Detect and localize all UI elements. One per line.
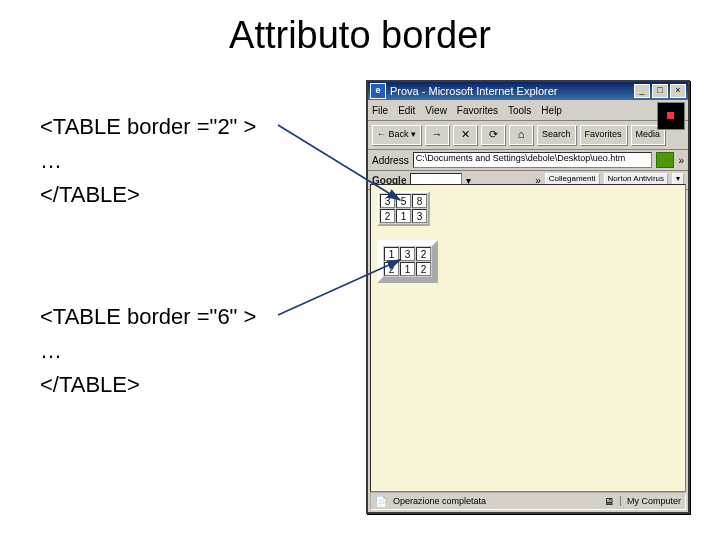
stop-button[interactable]: ✕: [453, 125, 477, 145]
titlebar: e Prova - Microsoft Internet Explorer _ …: [368, 82, 688, 100]
table-cell: 2: [384, 262, 399, 276]
maximize-button[interactable]: □: [652, 84, 668, 98]
menu-view[interactable]: View: [425, 105, 447, 116]
table-cell: 1: [396, 209, 411, 223]
table-cell: 1: [384, 247, 399, 261]
status-text: Operazione completata: [393, 496, 598, 506]
home-button[interactable]: ⌂: [509, 125, 533, 145]
code-sample-border-2: <TABLE border ="2" > … </TABLE>: [40, 110, 256, 212]
table-cell: 2: [416, 262, 431, 276]
back-button[interactable]: ← Back ▾: [372, 125, 421, 145]
close-button[interactable]: ×: [670, 84, 686, 98]
menu-help[interactable]: Help: [541, 105, 562, 116]
links-chevron-icon[interactable]: »: [678, 155, 684, 166]
favorites-button[interactable]: Favorites: [580, 125, 627, 145]
refresh-button[interactable]: ⟳: [481, 125, 505, 145]
code-sample-border-6: <TABLE border ="6" > … </TABLE>: [40, 300, 256, 402]
table-cell: 3: [380, 194, 395, 208]
table-cell: 1: [400, 262, 415, 276]
table-cell: 2: [416, 247, 431, 261]
address-label: Address: [372, 155, 409, 166]
table-cell: 3: [400, 247, 415, 261]
window-title: Prova - Microsoft Internet Explorer: [390, 85, 634, 97]
toolbar: ← Back ▾ → ✕ ⟳ ⌂ Search Favorites Media: [368, 121, 688, 150]
security-zone: My Computer: [620, 496, 681, 506]
address-input[interactable]: C:\Documents and Settings\debole\Desktop…: [413, 152, 653, 168]
table-cell: 8: [412, 194, 427, 208]
menu-tools[interactable]: Tools: [508, 105, 531, 116]
menu-edit[interactable]: Edit: [398, 105, 415, 116]
table-cell: 2: [380, 209, 395, 223]
document-icon: 📄: [375, 496, 387, 507]
demo-table-border-6: 132 212: [377, 240, 438, 283]
menu-favorites[interactable]: Favorites: [457, 105, 498, 116]
table-cell: 5: [396, 194, 411, 208]
throbber-icon: [657, 102, 685, 130]
code-line: </TABLE>: [40, 182, 140, 207]
status-bar: 📄 Operazione completata 🖥 My Computer: [370, 492, 686, 510]
page-content: 358 213 132 212: [370, 184, 686, 492]
code-line: <TABLE border ="6" >: [40, 304, 256, 329]
menubar: File Edit View Favorites Tools Help: [368, 100, 688, 121]
forward-button[interactable]: →: [425, 125, 449, 145]
code-line: </TABLE>: [40, 372, 140, 397]
ie-logo-icon: e: [370, 83, 386, 99]
code-line: …: [40, 338, 62, 363]
table-cell: 3: [412, 209, 427, 223]
ie-window: e Prova - Microsoft Internet Explorer _ …: [366, 80, 690, 514]
go-button[interactable]: [656, 152, 674, 168]
my-computer-icon: 🖥: [604, 496, 614, 507]
address-bar: Address C:\Documents and Settings\debole…: [368, 150, 688, 171]
slide-title: Attributo border: [0, 14, 720, 57]
menu-file[interactable]: File: [372, 105, 388, 116]
code-line: …: [40, 148, 62, 173]
code-line: <TABLE border ="2" >: [40, 114, 256, 139]
demo-table-border-2: 358 213: [377, 191, 430, 226]
search-button[interactable]: Search: [537, 125, 576, 145]
minimize-button[interactable]: _: [634, 84, 650, 98]
